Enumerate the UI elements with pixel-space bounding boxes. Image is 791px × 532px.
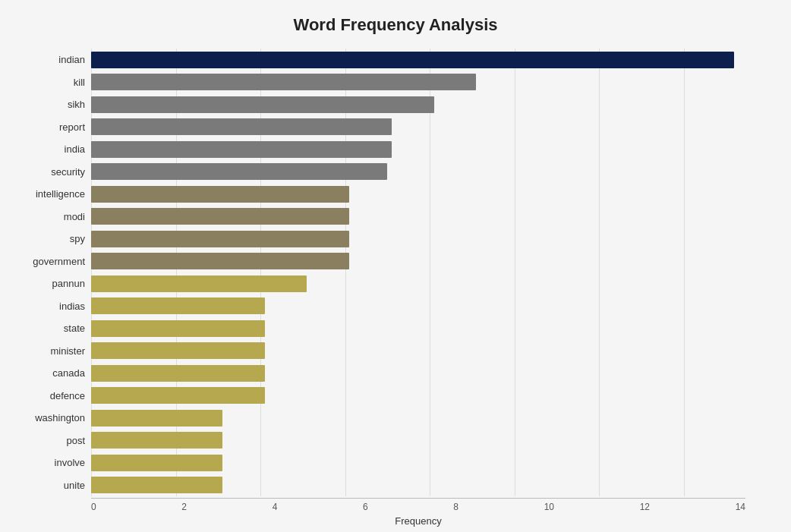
y-label-modi: modi: [23, 212, 85, 222]
bar-row-canada: [91, 362, 768, 385]
bar-indias: [91, 297, 265, 314]
bar-row-pannun: [91, 272, 768, 295]
y-label-pannun: pannun: [23, 279, 85, 288]
bar-minister: [91, 342, 265, 359]
x-tick: 12: [640, 502, 650, 512]
bar-row-government: [91, 250, 768, 273]
bar-row-involve: [91, 452, 768, 474]
y-label-canada: canada: [23, 368, 85, 378]
y-label-defence: defence: [23, 391, 85, 401]
chart-area: indiankillsikhreportindiasecurityintelli…: [23, 49, 768, 496]
x-axis-label: Frequency: [91, 515, 745, 527]
bar-india: [91, 141, 392, 158]
bar-pannun: [91, 275, 307, 292]
bar-row-washington: [91, 407, 768, 430]
y-label-india: india: [23, 144, 85, 154]
bar-intelligence: [91, 186, 349, 203]
chart-title: Word Frequency Analysis: [23, 15, 768, 35]
bar-row-indias: [91, 295, 768, 318]
x-tick: 4: [273, 502, 278, 512]
y-label-washington: washington: [23, 413, 85, 423]
y-label-unite: unite: [23, 480, 85, 490]
bar-defence: [91, 387, 265, 404]
y-label-minister: minister: [23, 346, 85, 356]
bar-unite: [91, 477, 222, 493]
y-label-government: government: [23, 257, 85, 266]
y-label-indias: indias: [23, 301, 85, 311]
y-label-security: security: [23, 167, 85, 177]
bar-canada: [91, 365, 265, 382]
bar-row-sikh: [91, 93, 768, 116]
x-tick: 10: [544, 502, 554, 512]
bar-sikh: [91, 96, 434, 113]
chart-container: Word Frequency Analysis indiankillsikhre…: [0, 0, 791, 532]
bars-grid: [91, 49, 768, 496]
bar-row-indian: [91, 49, 768, 71]
x-axis: 02468101214 Frequency: [91, 498, 745, 527]
bar-spy: [91, 231, 349, 247]
bar-row-intelligence: [91, 183, 768, 206]
x-tick: 6: [363, 502, 368, 512]
y-label-kill: kill: [23, 77, 85, 87]
y-label-indian: indian: [23, 55, 85, 65]
x-tick: 0: [91, 502, 96, 512]
bar-indian: [91, 52, 734, 68]
bar-row-minister: [91, 340, 768, 363]
bar-government: [91, 253, 349, 269]
bar-row-report: [91, 116, 768, 139]
y-label-intelligence: intelligence: [23, 189, 85, 199]
bar-security: [91, 163, 387, 180]
y-label-state: state: [23, 323, 85, 333]
bar-washington: [91, 410, 222, 427]
x-tick: 14: [736, 502, 745, 512]
bar-kill: [91, 74, 476, 90]
bar-row-india: [91, 138, 768, 161]
bar-row-spy: [91, 228, 768, 250]
bar-row-post: [91, 430, 768, 452]
y-label-post: post: [23, 436, 85, 445]
bar-involve: [91, 455, 222, 471]
bar-row-defence: [91, 385, 768, 408]
bar-post: [91, 432, 222, 449]
bar-report: [91, 118, 392, 135]
bar-modi: [91, 208, 349, 225]
y-label-involve: involve: [23, 458, 85, 467]
bar-row-state: [91, 317, 768, 340]
bar-row-unite: [91, 474, 768, 497]
y-axis: indiankillsikhreportindiasecurityintelli…: [23, 49, 91, 496]
bar-row-security: [91, 161, 768, 184]
y-label-spy: spy: [23, 234, 85, 244]
bar-state: [91, 320, 265, 337]
x-tick: 2: [181, 502, 187, 512]
bar-row-modi: [91, 206, 768, 228]
y-label-sikh: sikh: [23, 99, 85, 109]
y-label-report: report: [23, 122, 85, 132]
x-tick: 8: [453, 502, 459, 512]
bar-row-kill: [91, 71, 768, 94]
